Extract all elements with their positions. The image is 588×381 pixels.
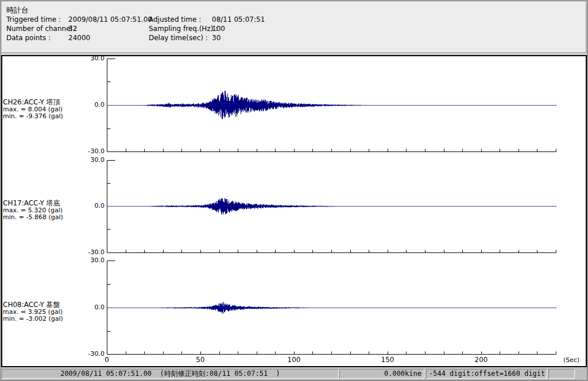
channel-info: CH26:ACC-Y 塔頂 max. = 8.004 (gal) min. = …: [3, 99, 63, 120]
ytick-bottom-label-ch2: -30.0: [72, 249, 105, 256]
status-panel-time: 2009/08/11 05:07:51.00 (時刻修正時刻:08/11 05:…: [2, 369, 339, 379]
waveform-canvas-ch17: [107, 158, 560, 256]
sampling-freq-label: Sampling freq.(Hz) :: [149, 25, 218, 33]
channel-info: CH17:ACC-Y 塔底 max. = 5.320 (gal) min. = …: [3, 200, 63, 221]
triggered-time-value: 2009/08/11 05:07:51.00: [68, 15, 152, 24]
channel-min-value: min. = -9.376 (gal): [3, 113, 63, 120]
channel-count-label: Number of channel :: [6, 25, 77, 33]
xtick-label-200: 200: [470, 356, 493, 364]
channel-min-value: min. = -3.002 (gal): [3, 316, 63, 322]
ytick-bottom-label-ch1: -30.0: [72, 148, 105, 155]
status-panel-digit-offset: -544 digit:offset=1660 digit: [426, 369, 547, 379]
channel-count-value: 32: [68, 25, 77, 33]
ytick-zero-label-ch3: 0.0: [72, 304, 105, 311]
header-panel: 時計台 Triggered time : 2009/08/11 05:07:51…: [1, 1, 586, 53]
status-panel-empty: [548, 369, 575, 379]
adjusted-time-value: 08/11 05:07:51: [212, 15, 265, 24]
xtick-label-0: 0: [95, 356, 118, 364]
chart-content: CH26:ACC-Y 塔頂 max. = 8.004 (gal) min. = …: [2, 56, 586, 366]
app-title: 時計台: [6, 5, 29, 15]
header-row-1: Triggered time : 2009/08/11 05:07:51.00 …: [2, 15, 586, 25]
ytick-zero-label-ch2: 0.0: [72, 203, 105, 209]
header-row-3: Data points : 24000 Delay time(sec) : 30: [2, 34, 586, 43]
status-panel-kine: 0.000kine: [339, 369, 424, 379]
app-window: 時計台 Triggered time : 2009/08/11 05:07:51…: [0, 0, 588, 381]
ytick-top-label-ch1: 30.0: [72, 55, 105, 62]
data-points-label: Data points :: [6, 34, 51, 42]
channel-info: CH08:ACC-Y 基盤 max. = 3.925 (gal) min. = …: [3, 301, 63, 322]
data-points-value: 24000: [68, 34, 90, 42]
triggered-time-label: Triggered time :: [6, 15, 61, 24]
xtick-label-100: 100: [283, 356, 305, 364]
delay-time-value: 30: [212, 34, 220, 42]
channel-min-value: min. = -5.868 (gal): [3, 214, 63, 221]
xtick-label-150: 150: [376, 356, 399, 364]
ytick-top-label-ch3: 30.0: [72, 257, 105, 264]
waveform-canvas-ch08: [107, 258, 560, 357]
ytick-zero-label-ch1: 0.0: [72, 102, 105, 108]
sampling-freq-value: 100: [212, 25, 225, 33]
waveform-chart-panel: CH26:ACC-Y 塔頂 max. = 8.004 (gal) min. = …: [1, 55, 587, 367]
delay-time-label: Delay time(sec) :: [149, 34, 208, 42]
ytick-top-label-ch2: 30.0: [72, 157, 105, 164]
status-bar: 2009/08/11 05:07:51.00 (時刻修正時刻:08/11 05:…: [1, 367, 587, 380]
xtick-label-50: 50: [189, 356, 212, 364]
x-axis-unit-label: (Sec): [563, 356, 586, 364]
adjusted-time-label: Adjusted time :: [149, 15, 201, 24]
waveform-canvas-ch26: [107, 56, 560, 155]
header-row-2: Number of channel : 32 Sampling freq.(Hz…: [2, 25, 586, 34]
